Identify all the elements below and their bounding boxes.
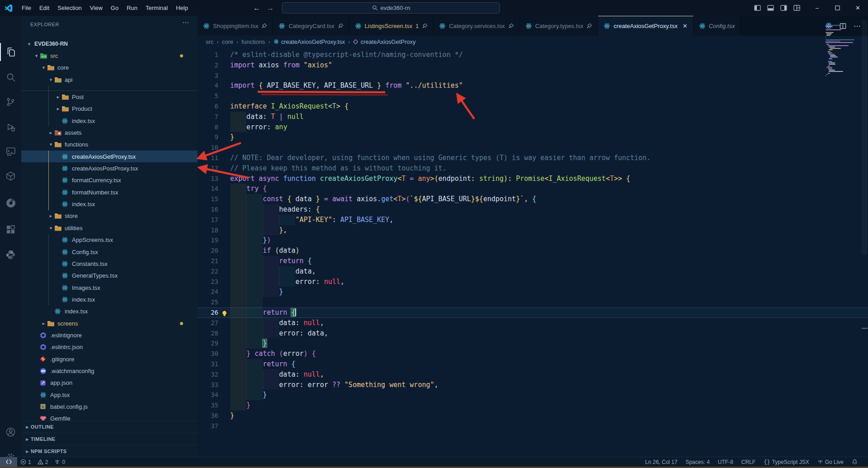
close-window-button[interactable]: ✕ [848, 0, 868, 16]
breadcrumb-createaxiosgetproxy.tsx[interactable]: createAxiosGetProxy.tsx [274, 38, 345, 45]
activity-extensions-icon[interactable] [0, 218, 21, 240]
menu-terminal[interactable]: Terminal [142, 0, 172, 16]
tree-item-index.tsx[interactable]: index.tsx [21, 293, 198, 305]
tree-item-core[interactable]: ▾core [21, 62, 198, 74]
tree-item-src[interactable]: ▾</>src [21, 50, 198, 61]
menu-selection[interactable]: Selection [53, 0, 85, 16]
tab-createaxiosgetproxy.tsx[interactable]: createAxiosGetProxy.tsx✕ [598, 16, 693, 36]
activity-accounts-icon[interactable] [0, 421, 21, 443]
tree-item-.eslintignore[interactable]: .eslintignore [21, 329, 198, 341]
tree-item-screens[interactable]: ▸screens [21, 317, 198, 329]
minimap[interactable] [826, 25, 861, 102]
tab-listingsscreen.tsx[interactable]: ListingsScreen.tsx1 [349, 16, 434, 36]
breadcrumb-createaxiosgetproxy[interactable]: createAxiosGetProxy [353, 38, 415, 45]
tree-item-babel.config.js[interactable]: bbabel.config.js [21, 401, 198, 412]
menu-help[interactable]: Help [172, 0, 192, 16]
tree-item-images.tsx[interactable]: Images.tsx [21, 282, 198, 293]
tree-item-functions[interactable]: ▾functions [21, 139, 198, 151]
pin-icon[interactable] [586, 23, 592, 29]
toggle-sidebar-icon[interactable] [754, 5, 761, 11]
command-center-search[interactable]: evde360-rn [282, 2, 500, 14]
activity-explorer-icon[interactable] [0, 41, 21, 63]
toggle-panel-icon[interactable] [767, 5, 774, 11]
activity-remote-explorer-icon[interactable] [0, 141, 21, 162]
tree-item-appscreens.tsx[interactable]: AppScreens.tsx [21, 234, 198, 246]
chevron-right-icon: ▸ [47, 213, 54, 219]
status-problems-errors[interactable]: 1 [17, 457, 34, 467]
tree-item-index.tsx[interactable]: index.tsx [21, 198, 198, 210]
maximize-button[interactable] [827, 0, 848, 16]
activity-run-debug-icon[interactable] [0, 116, 21, 138]
tree-item-post[interactable]: ▸Post [21, 91, 198, 103]
tab-close-icon[interactable]: ✕ [683, 23, 688, 29]
breadcrumb-core[interactable]: core [222, 38, 233, 45]
status-go-live[interactable]: Go Live [813, 457, 848, 467]
tree-item-.eslintrc.json[interactable]: .eslintrc.json [21, 341, 198, 353]
tree-item-store[interactable]: ▸store [21, 210, 198, 222]
tab-category.types.tsx[interactable]: Category.types.tsx [520, 16, 599, 36]
status-crlf[interactable]: CRLF [737, 457, 760, 467]
tree-item-generaltypes.tsx[interactable]: GeneralTypes.tsx [21, 270, 198, 282]
customize-layout-icon[interactable] [793, 5, 800, 11]
tree-item-app.json[interactable]: app.json [21, 377, 198, 389]
code-line-10: 10 [198, 142, 868, 153]
menu-go[interactable]: Go [107, 0, 123, 16]
status-problems-warnings[interactable]: 2 [34, 457, 52, 467]
pin-icon[interactable] [422, 23, 428, 29]
toggle-secondary-sidebar-icon[interactable] [780, 5, 787, 11]
tree-item-formatcurrency.tsx[interactable]: formatCurrency.tsx [21, 175, 198, 186]
tree-item-product[interactable]: ▸Product [21, 103, 198, 115]
tree-item-createaxiospostproxy.tsx[interactable]: createAxiosPostProxy.tsx [21, 162, 198, 174]
activity-python-icon[interactable] [0, 244, 21, 265]
nav-forward-button[interactable]: → [267, 4, 274, 12]
tree-item-.watchmanconfig[interactable]: .watchmanconfig [21, 365, 198, 377]
pin-icon[interactable] [508, 23, 514, 29]
menu-file[interactable]: File [18, 0, 35, 16]
tree-item-utilities[interactable]: ▾utilities [21, 222, 198, 234]
status-remote-indicator[interactable] [0, 457, 17, 467]
activity-bar [0, 16, 21, 457]
breadcrumb-src[interactable]: src [206, 38, 213, 45]
tree-item-api[interactable]: ▾api [21, 74, 198, 85]
activity-source-control-icon[interactable] [0, 91, 21, 113]
status-ports-indicator[interactable]: 0 [51, 457, 68, 467]
tree-item-constants.tsx[interactable]: Constants.tsx [21, 258, 198, 269]
editor-scrollbar[interactable] [862, 20, 867, 255]
status-notifications-bell[interactable] [848, 457, 862, 467]
section-timeline[interactable]: ▸TIMELINE [21, 433, 198, 445]
tree-item-gemfile[interactable]: Gemfile [21, 413, 198, 421]
activity-project-cube-icon[interactable] [0, 165, 21, 187]
status-utf-8[interactable]: UTF-8 [714, 457, 737, 467]
section-npm-scripts[interactable]: ▸NPM SCRIPTS [21, 445, 198, 457]
tree-item-category[interactable]: ▸Category [21, 85, 198, 91]
pin-icon[interactable] [261, 23, 267, 29]
section-outline[interactable]: ▸OUTLINE [21, 421, 198, 433]
activity-search-icon[interactable] [0, 66, 21, 88]
status-language-mode[interactable]: {}TypeScript JSX [760, 457, 813, 467]
pin-icon[interactable] [338, 23, 344, 29]
tab-category.services.tsx[interactable]: Category.services.tsx [434, 16, 519, 36]
tree-item-formatnumber.tsx[interactable]: formatNumber.tsx [21, 186, 198, 198]
tree-item-.gitignore[interactable]: .gitignore [21, 353, 198, 365]
tab-config.tsx[interactable]: Config.tsx [693, 16, 741, 36]
tree-item-createaxiosgetproxy.tsx[interactable]: createAxiosGetProxy.tsx [21, 151, 198, 162]
breadcrumb-functions[interactable]: functions [241, 38, 265, 45]
tab-categorycard.tsx[interactable]: CategoryCard.tsx [273, 16, 349, 36]
tree-item-assets[interactable]: ▸assets [21, 127, 198, 138]
activity-extension-circle-icon[interactable] [0, 192, 21, 214]
menu-edit[interactable]: Edit [35, 0, 53, 16]
menu-run[interactable]: Run [123, 0, 142, 16]
status-spaces-4[interactable]: Spaces: 4 [681, 457, 713, 467]
menu-view[interactable]: View [86, 0, 107, 16]
explorer-more-actions[interactable]: ⋯ [182, 19, 189, 27]
minimize-button[interactable]: – [807, 0, 827, 16]
tree-item-index.tsx[interactable]: index.tsx [21, 115, 198, 127]
status-ln-26-col-17[interactable]: Ln 26, Col 17 [641, 457, 681, 467]
tree-item-index.tsx[interactable]: index.tsx [21, 306, 198, 317]
tree-item-app.tsx[interactable]: App.tsx [21, 389, 198, 401]
nav-back-button[interactable]: ← [253, 4, 260, 12]
tab-shoppingitem.tsx[interactable]: ShoppingItem.tsx [198, 16, 273, 36]
code-editor[interactable]: 1/* eslint-disable @typescript-eslint/na… [198, 47, 868, 457]
tree-root-evde360-rn[interactable]: ▾EVDE360-RN [21, 38, 198, 50]
tree-item-config.tsx[interactable]: Config.tsx [21, 246, 198, 258]
